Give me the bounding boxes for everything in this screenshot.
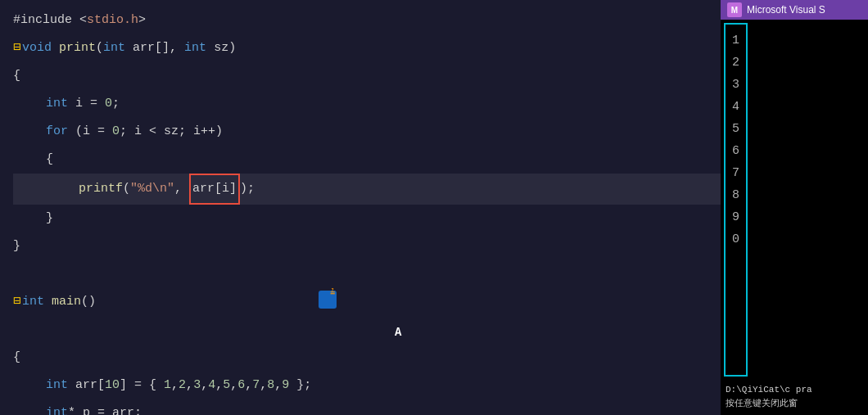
code-line-11: {	[13, 344, 721, 372]
code-line-4: int i = 0;	[13, 90, 721, 118]
code-line-6: {	[13, 146, 721, 174]
code-line-8: }	[13, 205, 721, 232]
ln-3: 3	[732, 74, 739, 96]
code-line-9: }	[13, 232, 721, 260]
vs-title-text: Microsoft Visual S	[747, 4, 825, 16]
ln-5: 5	[732, 118, 739, 140]
ln-7: 7	[732, 162, 739, 184]
console-body: 1 2 3 4 5 6 7 8 9 0	[721, 20, 868, 380]
ln-9: 9	[732, 206, 739, 228]
console-path: D:\QiYiCat\c pra	[726, 383, 863, 398]
line-numbers: 1 2 3 4 5 6 7 8 9 0	[724, 23, 748, 377]
code-line-10: ⊟int main() A≟	[13, 260, 721, 344]
code-line-7: printf("%d\n", arr[i]);	[13, 174, 721, 205]
ln-10: 0	[732, 228, 739, 250]
console-footer: D:\QiYiCat\c pra 按任意键关闭此窗	[721, 380, 868, 415]
code-line-12: int arr[10] = { 1,2,3,4,5,6,7,8,9 };	[13, 372, 721, 399]
ln-6: 6	[732, 140, 739, 162]
code-content: #include <stdio.h> ⊟void print(int arr[]…	[0, 0, 721, 415]
console-panel: M Microsoft Visual S 1 2 3 4 5 6 7 8 9 0…	[721, 0, 868, 415]
console-hint: 按任意键关闭此窗	[726, 397, 863, 412]
vs-title-bar: M Microsoft Visual S	[721, 0, 868, 20]
ln-8: 8	[732, 184, 739, 206]
code-line-3: {	[13, 62, 721, 90]
ln-1: 1	[732, 29, 739, 52]
code-line-5: for (i = 0; i < sz; i++)	[13, 118, 721, 146]
code-line-13: int* p = arr;	[13, 399, 721, 415]
arr-highlight: arr[i]	[189, 174, 240, 205]
code-line-2: ⊟void print(int arr[], int sz)	[13, 34, 721, 62]
ln-2: 2	[732, 52, 739, 74]
code-editor[interactable]: #include <stdio.h> ⊟void print(int arr[]…	[0, 0, 721, 415]
ln-4: 4	[732, 96, 739, 118]
code-line-1: #include <stdio.h>	[13, 7, 721, 34]
vs-icon: M	[727, 2, 742, 17]
